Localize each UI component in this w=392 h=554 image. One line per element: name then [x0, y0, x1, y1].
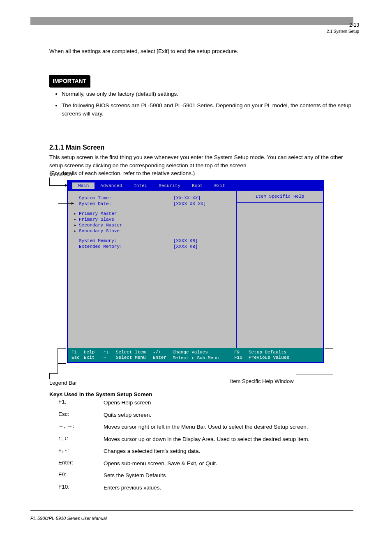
callout-menu-bar: Menu Bar: [49, 171, 72, 178]
callout-line: [58, 348, 58, 374]
callout-arrow: [58, 203, 74, 204]
key-desc: Changes a selected item's setting data.: [104, 447, 353, 455]
callout-line: [49, 373, 50, 379]
keys-table: F1: Opens Help screen Esc: Quits setup s…: [58, 399, 353, 496]
bios-value: [XXXX KB]: [173, 244, 198, 249]
bios-menu-intel[interactable]: Intel: [128, 182, 153, 189]
callout-line: [296, 374, 333, 374]
bios-row-system-time[interactable]: System Time: [XX:XX:XX]: [72, 196, 232, 201]
key-desc: Sets the System Defaults: [104, 471, 353, 480]
key-name: F9:: [58, 471, 104, 478]
bios-row-extended-memory: Extended Memory: [XXXX KB]: [72, 244, 232, 249]
key-row: +, - : Changes a selected item's setting…: [58, 447, 353, 455]
bios-label: Extended Memory:: [79, 244, 141, 249]
legend-key: F9: [234, 350, 249, 355]
bios-menu-security[interactable]: Security: [153, 182, 186, 189]
key-name: +, - :: [58, 447, 104, 453]
legend-key: Esc: [71, 355, 84, 360]
callout-line: [325, 348, 333, 349]
bios-label: System Time:: [79, 196, 141, 201]
bios-sub-primary-slave[interactable]: Primary Slave: [72, 217, 232, 222]
key-name: ←, →:: [58, 423, 104, 429]
key-row: F9: Sets the System Defaults: [58, 471, 353, 480]
callout-line: [58, 348, 66, 349]
key-desc: Quits setup screen.: [104, 411, 353, 419]
bios-menu-exit[interactable]: Exit: [208, 182, 231, 189]
section-label: 2.1 System Setup: [327, 29, 359, 34]
important-badge: IMPORTANT: [49, 75, 90, 87]
key-desc: Moves cursor right or left in the Menu B…: [104, 423, 353, 431]
bios-row-system-memory: System Memory: [XXXX KB]: [72, 238, 232, 243]
key-desc: Moves cursor up or down in the Display A…: [104, 435, 353, 443]
bios-help-pane: Item Specific Help: [237, 191, 323, 348]
legend-label: Previous Values: [249, 355, 320, 360]
bios-label: System Date:: [79, 201, 141, 206]
legend-label: Select ▸ Sub-Menu: [173, 355, 234, 360]
body-line: (For details of each selection, refer to…: [49, 169, 353, 178]
keys-title: Keys Used in the System Setup Screen: [49, 390, 353, 399]
key-desc: Opens sub-menu screen, Save & Exit, or Q…: [104, 459, 353, 468]
legend-label: Select Menu: [116, 355, 153, 360]
key-row: ←, →: Moves cursor right or left in the …: [58, 423, 353, 431]
legend-label: Exit: [84, 355, 104, 360]
callout-line: [333, 349, 333, 374]
bios-display-area: System Time: [XX:XX:XX] System Date: [XX…: [68, 191, 237, 348]
bios-label: System Memory:: [79, 238, 141, 243]
note-item: The following BIOS screens are PL-5900 a…: [62, 102, 353, 118]
legend-key: -/+: [153, 350, 173, 355]
bios-menu-advanced[interactable]: Advanced: [95, 182, 128, 189]
key-name: ↑, ↓:: [58, 435, 104, 441]
bios-sub-primary-master[interactable]: Primary Master: [72, 211, 232, 216]
bios-row-system-date[interactable]: System Date: [XXXX-XX-XX]: [72, 201, 232, 206]
body-line: This setup screen is the first thing you…: [49, 153, 353, 169]
callout-line: [333, 218, 333, 349]
bios-value: [XX:XX:XX]: [173, 196, 201, 201]
bios-screenshot: Main Advanced Intel Security Boot Exit S…: [67, 180, 324, 363]
note-item: Normally, use only the factory (default)…: [62, 90, 353, 98]
intro-block: When all the settings are completed, sel…: [49, 47, 353, 122]
legend-key: F1: [71, 350, 84, 355]
callout-line: [325, 218, 333, 218]
callout-legend-bar: Legend Bar: [49, 380, 77, 386]
key-desc: Opens Help screen: [104, 399, 353, 407]
key-name: Esc:: [58, 411, 104, 417]
callout-line: [49, 178, 50, 186]
bios-help-title: Item Specific Help: [237, 191, 323, 203]
legend-key: F10: [234, 355, 249, 360]
section-body-main: This setup screen is the first thing you…: [49, 153, 353, 178]
legend-key: ↑↓: [104, 350, 116, 355]
bios-menu-bar[interactable]: Main Advanced Intel Security Boot Exit: [68, 181, 323, 190]
legend-label: Help: [84, 350, 104, 355]
key-name: F10:: [58, 484, 104, 490]
bios-body: System Time: [XX:XX:XX] System Date: [XX…: [68, 190, 323, 348]
bios-legend-bar: F1 Help ↑↓ Select Item -/+ Change Values…: [68, 348, 323, 362]
bios-value: [XXXX-XX-XX]: [173, 201, 206, 206]
bios-sub-secondary-master[interactable]: Secondary Master: [72, 223, 232, 228]
key-row: Esc: Quits setup screen.: [58, 411, 353, 419]
intro-line: When all the settings are completed, sel…: [49, 47, 353, 55]
callout-line: [49, 373, 58, 374]
legend-label: Setup Defaults: [249, 350, 320, 355]
bios-window: Main Advanced Intel Security Boot Exit S…: [67, 180, 324, 363]
callout-arrow: [49, 185, 67, 186]
bios-value: [XXXX KB]: [173, 238, 198, 243]
bios-sub-secondary-slave[interactable]: Secondary Slave: [72, 229, 232, 233]
bios-menu-boot[interactable]: Boot: [186, 182, 208, 189]
callout-line: [58, 363, 66, 364]
key-row: ↑, ↓: Moves cursor up or down in the Dis…: [58, 435, 353, 443]
key-row: F10: Enters previous values.: [58, 484, 353, 492]
key-desc: Enters previous values.: [104, 484, 353, 492]
legend-key: ↔: [104, 355, 116, 360]
footer-rule: [30, 510, 353, 511]
important-notes: Normally, use only the factory (default)…: [62, 90, 353, 118]
key-row: Enter: Opens sub-menu screen, Save & Exi…: [58, 459, 353, 468]
legend-key: Enter: [153, 355, 173, 360]
legend-label: Select Item: [116, 350, 153, 355]
page-number: 2-13: [349, 22, 359, 28]
bios-menu-main[interactable]: Main: [72, 182, 95, 189]
callout-help-window: Item Specific Help Window: [230, 378, 294, 384]
key-row: F1: Opens Help screen: [58, 399, 353, 407]
header-bar: [30, 17, 353, 25]
key-name: F1:: [58, 399, 104, 405]
footer-text: PL-5900/PL-5910 Series User Manual: [30, 516, 107, 521]
